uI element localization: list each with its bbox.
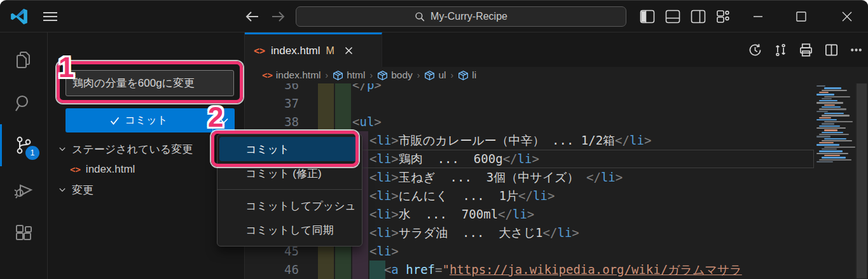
code-text: <a href="https://ja.wikipedia.org/wiki/ガ… [369, 261, 742, 279]
minimap-line [822, 148, 837, 150]
tab-index-html[interactable]: <> index.html M [245, 32, 382, 67]
breadcrumb-item[interactable]: html [333, 69, 365, 81]
minimap-line [816, 136, 830, 137]
html-file-icon: <> [254, 45, 265, 57]
commit-message-input[interactable] [65, 70, 234, 96]
tab-title: index.html [271, 45, 320, 57]
minimize-button[interactable] [740, 1, 776, 32]
breadcrumb-separator: › [369, 70, 373, 80]
layout-sidebar-right-icon[interactable] [691, 10, 706, 24]
code-line: 36</p> [245, 83, 855, 94]
menu-item[interactable]: コミットして同期 [219, 218, 360, 242]
code-text: <li>水 ... 700ml</li> [369, 205, 534, 224]
print-icon[interactable] [799, 43, 813, 57]
breadcrumb-label: index.html [276, 69, 321, 81]
code-line: 46 <a href="https://ja.wikipedia.org/wik… [245, 261, 855, 279]
chevron-down-icon [219, 118, 228, 124]
minimap-line [819, 117, 831, 118]
back-arrow-icon[interactable] [244, 9, 261, 24]
minimap[interactable] [815, 83, 855, 279]
sidebar-item-account[interactable] [0, 273, 47, 279]
scm-badge: 1 [25, 146, 39, 160]
symbol-cube-icon [424, 70, 435, 81]
minimap-line [824, 129, 837, 131]
minimap-line [822, 115, 850, 116]
tree-item-label: ステージされている変更 [72, 142, 193, 157]
breadcrumb-item[interactable]: <>index.html [262, 69, 321, 81]
minimap-line [819, 159, 851, 161]
sidebar-item-run-debug[interactable] [0, 171, 47, 208]
breadcrumb-separator: › [417, 70, 420, 80]
source-control-panel: コミット ステージされている変更<>index.html変更 [48, 32, 245, 279]
line-number: 38 [261, 113, 299, 131]
code-text: <li>玉ねぎ ... 3個（中サイズ） </li> [369, 168, 623, 187]
menu-item[interactable]: コミット (修正) [219, 161, 360, 185]
timeline-icon[interactable] [748, 43, 762, 57]
breadcrumb: <>index.html›html›body›ul›li [245, 67, 868, 83]
editor-scrollbar[interactable] [855, 83, 868, 279]
code-line: 38<ul> [245, 113, 855, 131]
minimap-line [822, 132, 843, 133]
minimap-line [824, 96, 850, 97]
search-icon [415, 11, 425, 22]
tree-item-label: 変更 [72, 183, 93, 197]
breadcrumb-item[interactable]: li [458, 69, 476, 81]
minimap-line [819, 134, 849, 135]
sidebar-item-explorer[interactable] [0, 41, 47, 78]
menu-icon[interactable] [42, 9, 59, 24]
minimap-line [822, 90, 847, 91]
menu-item[interactable]: コミット [219, 137, 360, 161]
indent-guide [335, 94, 351, 113]
sidebar-item-source-control[interactable]: 1 [0, 127, 47, 164]
minimap-line [824, 121, 853, 122]
breadcrumb-item[interactable]: body [377, 69, 413, 81]
code-text: <li> [369, 242, 399, 261]
commit-button-main[interactable]: コミット [65, 108, 213, 132]
symbol-cube-icon [458, 70, 469, 81]
commit-dropdown-toggle[interactable] [213, 108, 235, 132]
close-button[interactable] [829, 1, 865, 32]
search-box[interactable]: My-Curry-Recipe [296, 6, 626, 27]
minimap-line [824, 113, 844, 114]
minimap-line [822, 123, 834, 124]
search-box-value: My-Curry-Recipe [431, 11, 507, 22]
compare-changes-icon[interactable] [773, 43, 788, 57]
menu-item-label: コミットしてプッシュ [245, 199, 356, 213]
minimap-line [816, 111, 828, 112]
menu-item-label: コミット (修正) [245, 166, 322, 181]
tree-section[interactable]: ステージされている変更 [48, 140, 244, 159]
indent-guide [318, 261, 334, 279]
layout-panel-icon[interactable] [665, 10, 680, 24]
code-text: <li>にんにく ... 1片</li> [369, 187, 555, 205]
title-bar: My-Curry-Recipe [0, 1, 868, 32]
symbol-cube-icon [333, 70, 343, 81]
menu-item[interactable]: コミットしてプッシュ [219, 194, 360, 218]
minimap-line [816, 94, 834, 95]
active-indicator [0, 124, 2, 166]
breadcrumb-item[interactable]: ul [424, 69, 446, 81]
minimap-line [819, 142, 834, 143]
more-icon[interactable] [850, 43, 863, 57]
commit-button[interactable]: コミット [65, 108, 235, 132]
commit-dropdown-menu: コミットコミット (修正)コミットしてプッシュコミットして同期 [217, 134, 362, 247]
sidebar-item-extensions[interactable] [0, 216, 47, 253]
indent-guide [335, 261, 351, 279]
tree-item-file[interactable]: <>index.html [48, 160, 244, 179]
split-editor-icon[interactable] [824, 43, 839, 57]
scrollbar-slider[interactable] [857, 83, 867, 278]
menu-separator [217, 189, 362, 190]
breadcrumb-separator: › [451, 70, 454, 80]
code-text: <li>鶏肉 ... 600g</li> [369, 150, 539, 168]
menu-item-label: コミットして同期 [245, 223, 333, 238]
layout-sidebar-icon[interactable] [640, 10, 655, 24]
layout-customize-icon[interactable] [716, 10, 731, 24]
forward-arrow-icon[interactable] [270, 9, 286, 24]
minimap-line [824, 147, 855, 148]
indent-guide [335, 113, 351, 131]
maximize-button[interactable] [783, 1, 819, 32]
tree-section[interactable]: 変更 [48, 180, 244, 199]
commit-button-label: コミット [125, 113, 168, 127]
code-text: <li>市販のカレールー（中辛） ... 1/2箱</li> [369, 131, 651, 150]
sidebar-item-search[interactable] [0, 85, 47, 122]
tab-close-icon[interactable] [344, 46, 354, 55]
